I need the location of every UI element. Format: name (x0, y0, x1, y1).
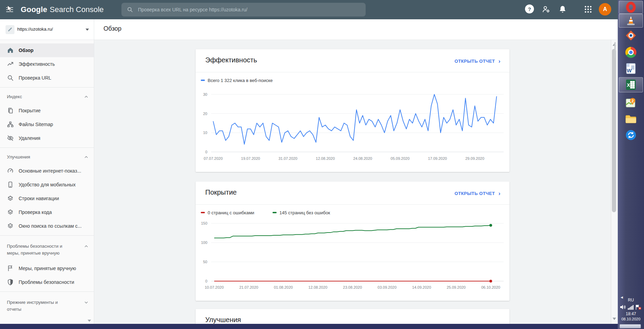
sidebar-item[interactable]: Обзор (0, 43, 94, 57)
sidebar-item[interactable]: Окно поиска по ссылкам с... (0, 219, 94, 233)
chevron-right-icon: › (498, 190, 501, 197)
scroll-down-icon[interactable] (613, 318, 616, 320)
excel-icon[interactable]: X (618, 77, 644, 92)
notifications-bell-icon[interactable] (558, 5, 567, 14)
faststone-icon[interactable] (618, 30, 644, 41)
sidebar-section-header[interactable]: Проблемы безопасности и меры, принятые в… (0, 238, 94, 261)
sidebar-item[interactable]: Основные интернет-показ... (0, 164, 94, 178)
svg-text:X: X (627, 82, 630, 88)
show-hidden-icons-arrow[interactable]: ◀ (621, 296, 623, 299)
svg-text:30: 30 (203, 92, 207, 96)
sidebar-item[interactable]: Проверка кода (0, 205, 94, 219)
menu-icon[interactable] (5, 4, 15, 15)
sidebar-item[interactable]: Строки навигации (0, 192, 94, 205)
chevron-up-icon (83, 154, 89, 160)
performance-legend: Всего 1 322 клика в веб-поиске (201, 77, 273, 83)
coverage-card: 15010050010.07.202021.07.202001.08.20201… (196, 182, 509, 301)
sidebar-item[interactable]: Проблемы безопасности (0, 275, 94, 289)
sidebar-scrollbar[interactable] (614, 42, 616, 58)
sidebar-item-label: Меры, принятые вручную (19, 266, 76, 271)
scrollbar-thumb[interactable] (612, 49, 616, 212)
sidebar-section-header[interactable]: Улучшения (0, 150, 94, 164)
maps-icon[interactable]: 2 (618, 96, 644, 109)
sitemaps-icon (7, 121, 14, 128)
sidebar-divider (0, 291, 94, 292)
logo-google: Google (21, 5, 47, 14)
svg-text:150: 150 (201, 221, 207, 225)
volume-icon[interactable] (620, 305, 626, 310)
sidebar-divider (0, 235, 94, 236)
performance-legend-label: Всего 1 322 клика в веб-поиске (208, 78, 273, 83)
coverage-errors-label: 0 страниц с ошибками (208, 210, 254, 215)
action-center-flag-icon[interactable] (635, 305, 642, 310)
sidebar-item[interactable]: Покрытие (0, 104, 94, 117)
google-apps-grid-icon[interactable] (584, 5, 593, 14)
chrome-icon[interactable] (618, 46, 644, 59)
sidebar-section-header[interactable]: Индекс (0, 90, 94, 104)
coverage-legend-errors: 0 страниц с ошибками (201, 209, 254, 216)
svg-text:05.09.2020: 05.09.2020 (390, 156, 409, 161)
show-desktop-button[interactable] (620, 324, 641, 328)
coverage-legend-valid: 145 страниц без ошибок (273, 209, 330, 216)
sidebar-divider (0, 87, 94, 88)
clock-time: 18:47 (618, 311, 644, 316)
clock-date: 08.10.2020 (618, 317, 644, 321)
app-logo: Google Search Console (21, 0, 104, 19)
performance-card-header: Эффективность ОТКРЫТЬ ОТЧЕТ› (196, 49, 509, 71)
logo-search-console: Search Console (50, 5, 104, 14)
folder-icon[interactable] (618, 112, 644, 125)
taskbar-clock[interactable]: 18:47 08.10.2020 (618, 311, 644, 321)
page-scrollbar[interactable] (611, 40, 617, 324)
svg-text:14.09.2020: 14.09.2020 (412, 285, 431, 289)
sidebar-item[interactable]: Проверка URL (0, 71, 94, 85)
sidebar-item-label: Проверка URL (19, 75, 51, 81)
sidebar-item[interactable]: Файлы Sitemap (0, 117, 94, 131)
subheader: https://uzotoka.ru/ Обзор (0, 19, 617, 40)
svg-text:25.09.2020: 25.09.2020 (447, 285, 466, 289)
url-inspect-searchbar[interactable] (121, 3, 366, 17)
performance-open-report-link[interactable]: ОТКРЫТЬ ОТЧЕТ› (455, 58, 501, 65)
system-tray (618, 305, 644, 310)
mobile-usability-icon (7, 181, 14, 188)
url-inspection-icon (7, 74, 14, 82)
chevron-right-icon: › (498, 58, 501, 64)
coverage-open-report-link[interactable]: ОТКРЫТЬ ОТЧЕТ› (455, 190, 501, 197)
word-icon[interactable]: W (618, 62, 644, 75)
coverage-card-title: Покрытие (205, 188, 237, 196)
sidebar-nav: ОбзорЭффективностьПроверка URLИндексПокр… (0, 40, 94, 324)
legend-dash-blue (201, 80, 205, 81)
search-input[interactable] (137, 7, 351, 13)
sidebar-scroll-down-icon[interactable] (88, 320, 91, 322)
legend-dash-red (201, 212, 205, 213)
svg-text:10: 10 (203, 131, 207, 135)
security-issues-icon (7, 278, 14, 286)
sidebar-item-label: Окно поиска по ссылкам с... (19, 223, 82, 229)
chevron-up-icon (83, 94, 89, 100)
user-settings-icon[interactable] (542, 5, 551, 14)
sidebar-item-label: Проверка кода (19, 209, 52, 215)
sync-icon[interactable] (618, 129, 644, 141)
svg-text:12.08.2020: 12.08.2020 (316, 156, 335, 161)
property-selector[interactable]: https://uzotoka.ru/ (0, 19, 94, 40)
sidebar-item-label: Удобство для мобильных (19, 182, 76, 187)
svg-text:17.09.2020: 17.09.2020 (428, 156, 447, 161)
network-signal-icon[interactable] (628, 305, 634, 310)
chevron-down-icon (83, 300, 89, 305)
vlc-icon[interactable] (618, 14, 644, 28)
help-icon[interactable]: ? (525, 4, 534, 13)
sidebar-item[interactable]: Эффективность (0, 57, 94, 71)
chevron-up-icon (83, 244, 89, 249)
sidebar-item[interactable]: Удобство для мобильных (0, 178, 94, 192)
core-web-vitals-icon (7, 167, 14, 175)
svg-text:06.10.2020: 06.10.2020 (481, 285, 500, 289)
svg-text:2: 2 (632, 99, 634, 103)
chevron-down-icon (86, 29, 89, 31)
sitelinks-searchbox-icon (7, 222, 14, 230)
sidebar-section-header[interactable]: Прежние инструменты и отчеты (0, 294, 94, 318)
sidebar-item[interactable]: Удаления (0, 131, 94, 145)
code-check-icon (7, 208, 14, 216)
svg-text:0: 0 (205, 279, 207, 283)
account-avatar[interactable]: A (599, 3, 611, 16)
sidebar-item[interactable]: Меры, принятые вручную (0, 261, 94, 275)
opera-icon[interactable] (618, 1, 644, 14)
